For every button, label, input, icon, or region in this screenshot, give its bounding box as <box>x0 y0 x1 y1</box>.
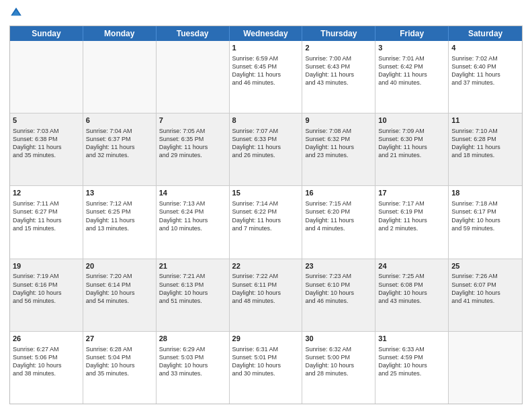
day-number: 12 <box>13 188 80 198</box>
day-info: Sunrise: 7:09 AM Sunset: 6:30 PM Dayligh… <box>378 127 445 160</box>
calendar-cell-r1c5: 10Sunrise: 7:09 AM Sunset: 6:30 PM Dayli… <box>375 113 449 185</box>
day-info: Sunrise: 7:25 AM Sunset: 6:08 PM Dayligh… <box>378 272 445 305</box>
calendar: SundayMondayTuesdayWednesdayThursdayFrid… <box>9 26 523 404</box>
day-info: Sunrise: 7:21 AM Sunset: 6:13 PM Dayligh… <box>159 272 226 305</box>
day-number: 11 <box>451 116 519 126</box>
day-number: 15 <box>232 188 300 198</box>
day-number: 30 <box>305 334 372 344</box>
day-info: Sunrise: 7:07 AM Sunset: 6:33 PM Dayligh… <box>232 127 300 160</box>
day-number: 29 <box>232 334 300 344</box>
calendar-row-0: 1Sunrise: 6:59 AM Sunset: 6:45 PM Daylig… <box>10 41 522 113</box>
logo <box>9 7 24 21</box>
day-number: 31 <box>378 334 445 344</box>
day-number: 23 <box>305 261 372 271</box>
calendar-row-3: 19Sunrise: 7:19 AM Sunset: 6:16 PM Dayli… <box>10 259 522 331</box>
day-info: Sunrise: 7:13 AM Sunset: 6:24 PM Dayligh… <box>159 199 226 232</box>
calendar-cell-r1c2: 7Sunrise: 7:05 AM Sunset: 6:35 PM Daylig… <box>157 113 230 185</box>
weekday-header-friday: Friday <box>375 26 449 41</box>
calendar-cell-r4c4: 30Sunrise: 6:32 AM Sunset: 5:00 PM Dayli… <box>302 332 375 404</box>
weekday-header-monday: Monday <box>83 26 157 41</box>
page: SundayMondayTuesdayWednesdayThursdayFrid… <box>0 0 532 411</box>
day-number: 25 <box>451 261 519 271</box>
day-number: 17 <box>378 188 445 198</box>
calendar-cell-r2c3: 15Sunrise: 7:14 AM Sunset: 6:22 PM Dayli… <box>230 186 303 258</box>
day-number: 2 <box>305 43 372 53</box>
calendar-row-2: 12Sunrise: 7:11 AM Sunset: 6:27 PM Dayli… <box>10 185 522 258</box>
calendar-cell-r2c4: 16Sunrise: 7:15 AM Sunset: 6:20 PM Dayli… <box>302 186 375 258</box>
calendar-cell-r2c5: 17Sunrise: 7:17 AM Sunset: 6:19 PM Dayli… <box>375 186 449 258</box>
weekday-header-sunday: Sunday <box>10 26 83 41</box>
calendar-cell-r2c0: 12Sunrise: 7:11 AM Sunset: 6:27 PM Dayli… <box>10 186 83 258</box>
day-info: Sunrise: 7:23 AM Sunset: 6:10 PM Dayligh… <box>305 272 372 305</box>
day-info: Sunrise: 6:59 AM Sunset: 6:45 PM Dayligh… <box>232 54 300 87</box>
day-number: 26 <box>13 334 80 344</box>
day-info: Sunrise: 7:08 AM Sunset: 6:32 PM Dayligh… <box>305 127 372 160</box>
day-info: Sunrise: 7:01 AM Sunset: 6:42 PM Dayligh… <box>378 54 445 87</box>
calendar-cell-r3c1: 20Sunrise: 7:20 AM Sunset: 6:14 PM Dayli… <box>83 259 157 331</box>
calendar-cell-r2c1: 13Sunrise: 7:12 AM Sunset: 6:25 PM Dayli… <box>83 186 157 258</box>
day-info: Sunrise: 7:03 AM Sunset: 6:38 PM Dayligh… <box>13 127 80 160</box>
day-info: Sunrise: 7:18 AM Sunset: 6:17 PM Dayligh… <box>451 199 519 232</box>
day-info: Sunrise: 7:12 AM Sunset: 6:25 PM Dayligh… <box>86 199 153 232</box>
calendar-cell-r4c6 <box>449 332 522 404</box>
day-number: 27 <box>86 334 153 344</box>
day-number: 16 <box>305 188 372 198</box>
calendar-cell-r4c3: 29Sunrise: 6:31 AM Sunset: 5:01 PM Dayli… <box>230 332 303 404</box>
logo-icon <box>10 7 22 19</box>
calendar-cell-r3c0: 19Sunrise: 7:19 AM Sunset: 6:16 PM Dayli… <box>10 259 83 331</box>
day-number: 22 <box>232 261 300 271</box>
day-number: 1 <box>232 43 300 53</box>
calendar-cell-r1c1: 6Sunrise: 7:04 AM Sunset: 6:37 PM Daylig… <box>83 113 157 185</box>
day-number: 18 <box>451 188 519 198</box>
day-number: 3 <box>378 43 445 53</box>
day-info: Sunrise: 6:32 AM Sunset: 5:00 PM Dayligh… <box>305 345 372 378</box>
day-info: Sunrise: 7:14 AM Sunset: 6:22 PM Dayligh… <box>232 199 300 232</box>
day-number: 4 <box>451 43 519 53</box>
weekday-header-thursday: Thursday <box>302 26 375 41</box>
weekday-header-tuesday: Tuesday <box>157 26 230 41</box>
day-number: 9 <box>305 116 372 126</box>
calendar-row-1: 5Sunrise: 7:03 AM Sunset: 6:38 PM Daylig… <box>10 113 522 185</box>
day-info: Sunrise: 7:22 AM Sunset: 6:11 PM Dayligh… <box>232 272 300 305</box>
day-info: Sunrise: 6:33 AM Sunset: 4:59 PM Dayligh… <box>378 345 445 378</box>
day-number: 28 <box>159 334 226 344</box>
day-info: Sunrise: 7:10 AM Sunset: 6:28 PM Dayligh… <box>451 127 519 160</box>
day-number: 14 <box>159 188 226 198</box>
day-number: 6 <box>86 116 153 126</box>
calendar-cell-r2c6: 18Sunrise: 7:18 AM Sunset: 6:17 PM Dayli… <box>449 186 522 258</box>
calendar-cell-r4c0: 26Sunrise: 6:27 AM Sunset: 5:06 PM Dayli… <box>10 332 83 404</box>
calendar-cell-r0c4: 2Sunrise: 7:00 AM Sunset: 6:43 PM Daylig… <box>302 41 375 113</box>
calendar-cell-r1c6: 11Sunrise: 7:10 AM Sunset: 6:28 PM Dayli… <box>449 113 522 185</box>
calendar-cell-r0c0 <box>10 41 83 113</box>
day-info: Sunrise: 7:05 AM Sunset: 6:35 PM Dayligh… <box>159 127 226 160</box>
calendar-cell-r1c4: 9Sunrise: 7:08 AM Sunset: 6:32 PM Daylig… <box>302 113 375 185</box>
day-info: Sunrise: 6:31 AM Sunset: 5:01 PM Dayligh… <box>232 345 300 378</box>
header <box>9 7 523 21</box>
calendar-cell-r1c0: 5Sunrise: 7:03 AM Sunset: 6:38 PM Daylig… <box>10 113 83 185</box>
day-info: Sunrise: 7:20 AM Sunset: 6:14 PM Dayligh… <box>86 272 153 305</box>
day-info: Sunrise: 6:29 AM Sunset: 5:03 PM Dayligh… <box>159 345 226 378</box>
day-number: 13 <box>86 188 153 198</box>
calendar-cell-r3c2: 21Sunrise: 7:21 AM Sunset: 6:13 PM Dayli… <box>157 259 230 331</box>
day-info: Sunrise: 7:04 AM Sunset: 6:37 PM Dayligh… <box>86 127 153 160</box>
calendar-body: 1Sunrise: 6:59 AM Sunset: 6:45 PM Daylig… <box>10 41 522 404</box>
calendar-header: SundayMondayTuesdayWednesdayThursdayFrid… <box>10 26 522 41</box>
calendar-cell-r3c5: 24Sunrise: 7:25 AM Sunset: 6:08 PM Dayli… <box>375 259 449 331</box>
day-info: Sunrise: 7:26 AM Sunset: 6:07 PM Dayligh… <box>451 272 519 305</box>
weekday-header-wednesday: Wednesday <box>230 26 303 41</box>
day-info: Sunrise: 7:00 AM Sunset: 6:43 PM Dayligh… <box>305 54 372 87</box>
day-info: Sunrise: 6:27 AM Sunset: 5:06 PM Dayligh… <box>13 345 80 378</box>
calendar-cell-r3c6: 25Sunrise: 7:26 AM Sunset: 6:07 PM Dayli… <box>449 259 522 331</box>
calendar-cell-r2c2: 14Sunrise: 7:13 AM Sunset: 6:24 PM Dayli… <box>157 186 230 258</box>
day-number: 20 <box>86 261 153 271</box>
day-number: 7 <box>159 116 226 126</box>
calendar-cell-r0c5: 3Sunrise: 7:01 AM Sunset: 6:42 PM Daylig… <box>375 41 449 113</box>
calendar-cell-r4c2: 28Sunrise: 6:29 AM Sunset: 5:03 PM Dayli… <box>157 332 230 404</box>
calendar-cell-r0c3: 1Sunrise: 6:59 AM Sunset: 6:45 PM Daylig… <box>230 41 303 113</box>
day-info: Sunrise: 7:17 AM Sunset: 6:19 PM Dayligh… <box>378 199 445 232</box>
day-number: 5 <box>13 116 80 126</box>
day-number: 21 <box>159 261 226 271</box>
day-info: Sunrise: 7:11 AM Sunset: 6:27 PM Dayligh… <box>13 199 80 232</box>
calendar-cell-r3c3: 22Sunrise: 7:22 AM Sunset: 6:11 PM Dayli… <box>230 259 303 331</box>
calendar-cell-r4c5: 31Sunrise: 6:33 AM Sunset: 4:59 PM Dayli… <box>375 332 449 404</box>
